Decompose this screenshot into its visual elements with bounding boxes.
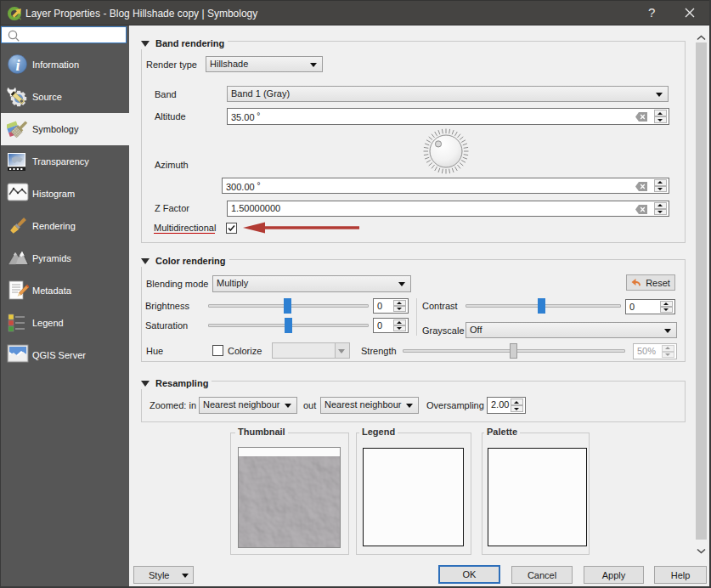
svg-text:i: i bbox=[15, 57, 20, 74]
